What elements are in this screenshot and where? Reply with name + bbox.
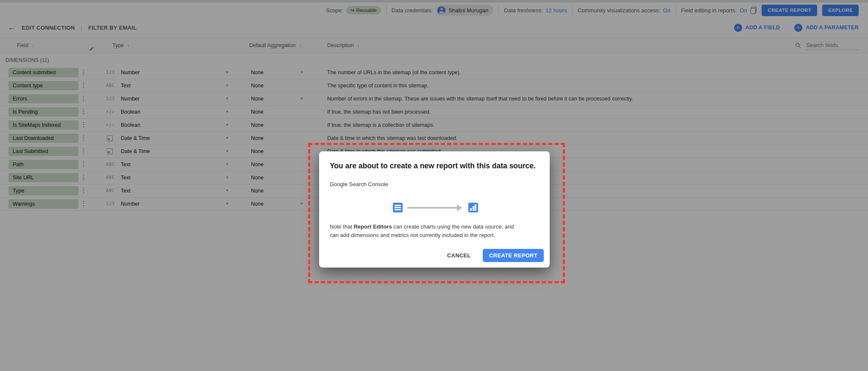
arrow-right-icon — [407, 207, 457, 209]
dialog-note: Note that Report Editors can create char… — [330, 223, 520, 240]
note-bold: Report Editors — [353, 223, 392, 230]
data-source-name: Google Search Console — [330, 181, 388, 187]
data-source-icon — [393, 203, 403, 212]
dialog-actions: CANCEL CREATE REPORT — [447, 249, 544, 262]
note-prefix: Note that — [330, 223, 353, 230]
data-source-editor-page: Scope: ↪ Reusable Data credentials: Shal… — [0, 0, 868, 371]
report-chart-icon — [468, 203, 478, 212]
dialog-illustration — [319, 202, 550, 213]
create-report-dialog: You are about to create a new report wit… — [319, 151, 550, 268]
dialog-create-report-button[interactable]: CREATE REPORT — [483, 249, 544, 262]
cancel-button[interactable]: CANCEL — [447, 252, 471, 259]
dialog-title: You are about to create a new report wit… — [330, 162, 536, 170]
